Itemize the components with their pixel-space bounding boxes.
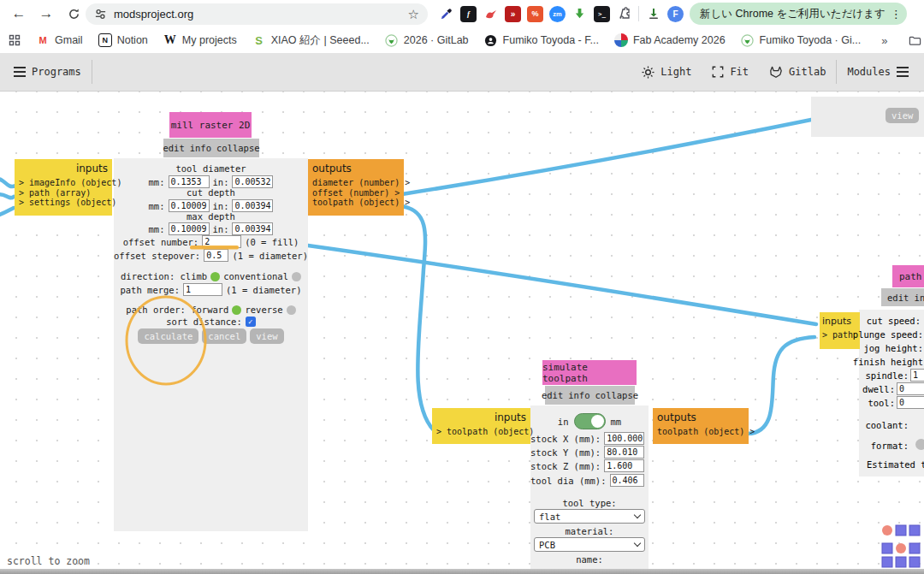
format-radio[interactable] (915, 439, 924, 450)
zoom-extension-icon[interactable]: zm (549, 6, 566, 22)
spindle-label: spindle: (753, 370, 909, 381)
direction-conventional-radio[interactable] (292, 272, 301, 281)
eyedropper-extension-icon[interactable] (438, 6, 454, 22)
stock-z-input[interactable]: 1.600 (604, 459, 644, 472)
video-extension-icon[interactable]: » (505, 6, 521, 22)
modules-menu-button[interactable]: Modules (837, 53, 924, 91)
bookmark-gmail[interactable]: M Gmail (31, 31, 88, 50)
tool-dia-input[interactable]: 0.406 (610, 474, 644, 487)
chrome-update-button[interactable]: 新しい Chrome をご利用いただけます ⋮ (690, 3, 907, 25)
bookmark-star-icon[interactable]: ☆ (408, 7, 419, 22)
units-mm-label: mm (611, 417, 622, 427)
tool-diameter-in-input[interactable]: 0.00532 (232, 175, 273, 188)
stock-x-input[interactable]: 100.000 (604, 432, 644, 445)
input-port-imageinfo[interactable]: > imageInfo (object) (19, 178, 108, 188)
path-module-menu[interactable]: edit inf (881, 288, 924, 306)
input-port-path[interactable]: > path (array) (19, 188, 108, 198)
tool-dia-row: tool dia (mm): 0.406 (530, 474, 649, 487)
forward-button[interactable]: → (34, 2, 58, 26)
view-module[interactable]: view (811, 97, 924, 137)
simulate-toolpath-title[interactable]: simulate toolpath (542, 360, 637, 385)
bookmark-notion[interactable]: N Notion (93, 31, 153, 50)
reload-button[interactable] (62, 2, 86, 26)
site-settings-icon[interactable] (94, 8, 107, 21)
mill-outputs-box: outputs diameter (number) > offset (numb… (308, 159, 404, 216)
apps-grid-icon[interactable] (9, 33, 21, 47)
plunge-speed-label: plunge speed: (753, 329, 923, 340)
offset-number-input[interactable]: 2 (202, 235, 241, 248)
calculate-button[interactable]: calculate (138, 328, 198, 344)
dwell-input[interactable]: 0 (897, 382, 924, 395)
info-button[interactable]: info (568, 390, 589, 400)
input-port-settings[interactable]: > settings (object) (19, 198, 108, 208)
notion-icon: N (98, 33, 112, 47)
tool-diameter-mm-input[interactable]: 0.1353 (169, 175, 210, 188)
stock-y-input[interactable]: 80.010 (604, 446, 644, 459)
downloader-extension-icon[interactable] (572, 6, 588, 22)
profile-avatar[interactable]: F (667, 6, 684, 22)
edit-button[interactable]: edit (542, 390, 563, 400)
offset-stepover-input[interactable]: 0.5 (204, 249, 228, 262)
jog-height-label: jog height: (753, 343, 923, 353)
path-merge-input[interactable]: 1 (183, 283, 222, 296)
bird-extension-icon[interactable] (483, 6, 499, 22)
path-order-forward-radio[interactable] (232, 305, 241, 315)
gitlab-link-button[interactable]: Gitlab (759, 53, 836, 91)
output-port-toolpath[interactable]: toolpath (object) > (312, 198, 400, 208)
gitlab-tanuki-icon (385, 33, 399, 47)
terminal-extension-icon[interactable]: >_ (594, 6, 610, 22)
units-toggle[interactable] (574, 413, 606, 429)
bookmarks-overflow-chevron[interactable]: » (876, 32, 892, 50)
max-depth-in-input[interactable]: 0.00394 (232, 222, 273, 235)
bookmark-my-projects[interactable]: W My projects (158, 31, 242, 50)
back-button[interactable]: ← (7, 2, 31, 26)
collapse-button[interactable]: collapse (595, 390, 639, 400)
max-depth-mm-input[interactable]: 0.10009 (169, 222, 210, 235)
tool-number-label: tool: (753, 398, 895, 408)
all-bookmarks-button[interactable]: すべてのブックマーク (903, 31, 924, 50)
bookmark-fumiko-gitlab[interactable]: Fumiko Toyoda · Gi... (736, 31, 867, 50)
inputs-title: inputs (19, 163, 108, 175)
output-port-toolpath[interactable]: toolpath (object) > (657, 427, 744, 437)
tool-type-value: flat (539, 512, 560, 522)
sort-distance-checkbox[interactable]: ✓ (246, 317, 256, 327)
bookmark-fab-academy[interactable]: Fab Academy 2026 (609, 31, 731, 50)
f12-extension-icon[interactable]: f (460, 6, 477, 22)
mill-raster-2d-title[interactable]: mill raster 2D (169, 112, 252, 138)
input-port-toolpath[interactable]: > toolpath (object) (436, 427, 526, 437)
extensions-puzzle-icon[interactable] (616, 6, 632, 22)
path-order-reverse-label: reverse (245, 305, 282, 315)
cut-depth-mm-input[interactable]: 0.10009 (169, 199, 210, 212)
bookmarks-bar: M Gmail N Notion W My projects S XIAO 紹介… (0, 27, 924, 53)
downloads-icon[interactable] (645, 6, 661, 22)
browser-menu-icon[interactable]: ⋮ (891, 8, 902, 21)
fit-view-button[interactable]: Fit (702, 53, 759, 91)
tool-number-input[interactable]: 0 (897, 396, 924, 409)
output-port-offset[interactable]: offset (number) > (312, 188, 400, 198)
url-text[interactable]: modsproject.org (114, 8, 401, 21)
tool-type-select[interactable]: flat (534, 509, 645, 524)
address-bar[interactable]: modsproject.org ☆ (86, 3, 428, 25)
edit-button[interactable]: edit (163, 143, 184, 153)
bookmark-xiao-seeed[interactable]: S XIAO 紹介 | Seeed... (247, 31, 375, 50)
view-button[interactable]: view (250, 328, 283, 344)
light-theme-button[interactable]: Light (631, 53, 702, 91)
path-order-reverse-radio[interactable] (287, 305, 296, 315)
collapse-button[interactable]: collapse (216, 143, 260, 153)
output-port-diameter[interactable]: diameter (number) > (312, 178, 400, 188)
stock-x-row: stock X (mm): 100.000 (530, 432, 649, 445)
info-button[interactable]: info (190, 143, 211, 153)
view-button[interactable]: view (886, 108, 919, 123)
programs-menu-button[interactable]: Programs (0, 53, 92, 91)
light-label: Light (660, 66, 691, 78)
bookmark-2026-gitlab[interactable]: 2026 · GitLab (380, 31, 474, 50)
units-in-label: in (558, 417, 569, 427)
material-select[interactable]: PCB (534, 537, 645, 552)
spindle-input[interactable]: 1 (910, 369, 924, 382)
cancel-button[interactable]: cancel (202, 328, 246, 344)
bookmark-fumiko-f[interactable]: Fumiko Toyoda - F... (479, 31, 604, 50)
percent-extension-icon[interactable]: % (527, 6, 543, 22)
path-module-title[interactable]: path t (892, 265, 924, 287)
direction-climb-radio[interactable] (210, 272, 220, 281)
cut-depth-in-input[interactable]: 0.00394 (232, 199, 273, 212)
